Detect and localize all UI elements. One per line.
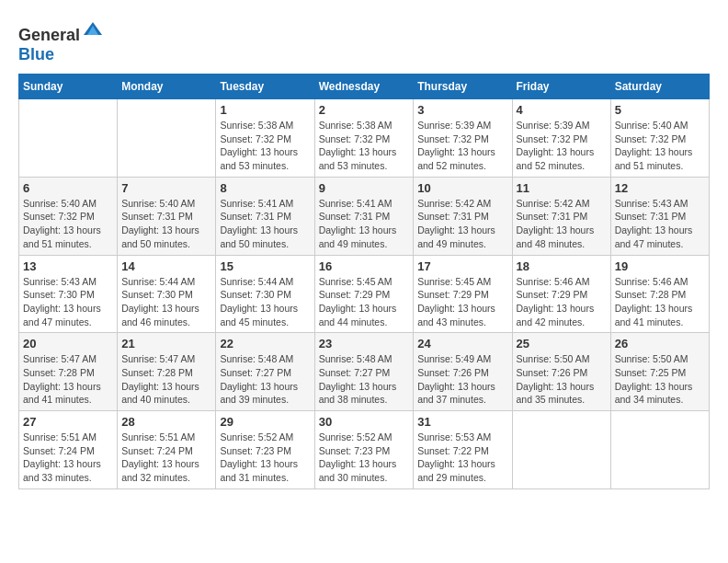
weekday-header: Friday <box>512 75 610 99</box>
day-info: Sunrise: 5:45 AMSunset: 7:29 PMDaylight:… <box>417 275 507 329</box>
calendar-cell: 8Sunrise: 5:41 AMSunset: 7:31 PMDaylight… <box>216 177 314 255</box>
page-header: General Blue <box>18 18 710 64</box>
day-number: 1 <box>220 103 310 117</box>
weekday-header: Wednesday <box>314 75 414 99</box>
day-info: Sunrise: 5:48 AMSunset: 7:27 PMDaylight:… <box>220 352 310 407</box>
calendar-cell: 12Sunrise: 5:43 AMSunset: 7:31 PMDayligh… <box>610 177 709 255</box>
calendar-cell: 2Sunrise: 5:38 AMSunset: 7:32 PMDaylight… <box>314 99 414 178</box>
day-number: 8 <box>220 181 310 195</box>
calendar-cell: 11Sunrise: 5:42 AMSunset: 7:31 PMDayligh… <box>512 177 610 255</box>
calendar-week-row: 1Sunrise: 5:38 AMSunset: 7:32 PMDaylight… <box>19 99 710 178</box>
calendar-week-row: 13Sunrise: 5:43 AMSunset: 7:30 PMDayligh… <box>19 255 710 333</box>
day-info: Sunrise: 5:41 AMSunset: 7:31 PMDaylight:… <box>220 197 310 251</box>
calendar-cell: 29Sunrise: 5:52 AMSunset: 7:23 PMDayligh… <box>216 411 314 489</box>
calendar-cell: 22Sunrise: 5:48 AMSunset: 7:27 PMDayligh… <box>216 333 314 411</box>
day-number: 29 <box>220 415 310 429</box>
day-number: 22 <box>220 337 310 350</box>
calendar-cell: 6Sunrise: 5:40 AMSunset: 7:32 PMDaylight… <box>19 177 118 255</box>
day-number: 25 <box>517 337 607 350</box>
day-number: 10 <box>417 181 507 195</box>
day-number: 7 <box>121 181 211 195</box>
calendar-week-row: 27Sunrise: 5:51 AMSunset: 7:24 PMDayligh… <box>19 411 710 489</box>
weekday-header: Monday <box>118 75 216 99</box>
logo-icon <box>82 18 104 40</box>
logo-blue: Blue <box>18 45 54 63</box>
day-number: 9 <box>319 181 410 195</box>
calendar-cell: 16Sunrise: 5:45 AMSunset: 7:29 PMDayligh… <box>314 255 414 333</box>
day-info: Sunrise: 5:47 AMSunset: 7:28 PMDaylight:… <box>121 352 211 407</box>
day-number: 12 <box>615 181 705 195</box>
weekday-header: Saturday <box>610 75 709 99</box>
day-number: 31 <box>417 415 507 429</box>
day-number: 3 <box>417 103 507 117</box>
calendar-cell: 7Sunrise: 5:40 AMSunset: 7:31 PMDaylight… <box>118 177 216 255</box>
calendar-cell: 24Sunrise: 5:49 AMSunset: 7:26 PMDayligh… <box>414 333 512 411</box>
calendar-cell: 31Sunrise: 5:53 AMSunset: 7:22 PMDayligh… <box>414 411 512 489</box>
day-info: Sunrise: 5:50 AMSunset: 7:25 PMDaylight:… <box>615 352 705 407</box>
day-number: 16 <box>319 259 410 273</box>
day-number: 14 <box>121 259 211 273</box>
day-number: 24 <box>417 337 507 350</box>
day-info: Sunrise: 5:40 AMSunset: 7:32 PMDaylight:… <box>615 119 705 173</box>
calendar-cell: 30Sunrise: 5:52 AMSunset: 7:23 PMDayligh… <box>314 411 414 489</box>
calendar-cell: 4Sunrise: 5:39 AMSunset: 7:32 PMDaylight… <box>512 99 610 178</box>
day-info: Sunrise: 5:44 AMSunset: 7:30 PMDaylight:… <box>220 275 310 329</box>
day-number: 27 <box>23 415 113 429</box>
day-info: Sunrise: 5:40 AMSunset: 7:32 PMDaylight:… <box>23 197 113 251</box>
calendar-week-row: 20Sunrise: 5:47 AMSunset: 7:28 PMDayligh… <box>19 333 710 411</box>
day-number: 15 <box>220 259 310 273</box>
calendar-cell: 10Sunrise: 5:42 AMSunset: 7:31 PMDayligh… <box>414 177 512 255</box>
weekday-header: Thursday <box>414 75 512 99</box>
day-info: Sunrise: 5:45 AMSunset: 7:29 PMDaylight:… <box>319 275 410 329</box>
day-number: 19 <box>615 259 705 273</box>
calendar-cell: 3Sunrise: 5:39 AMSunset: 7:32 PMDaylight… <box>414 99 512 178</box>
day-number: 11 <box>517 181 607 195</box>
day-info: Sunrise: 5:42 AMSunset: 7:31 PMDaylight:… <box>517 197 607 251</box>
day-info: Sunrise: 5:44 AMSunset: 7:30 PMDaylight:… <box>121 275 211 329</box>
calendar-cell <box>118 99 216 178</box>
day-info: Sunrise: 5:43 AMSunset: 7:31 PMDaylight:… <box>615 197 705 251</box>
day-info: Sunrise: 5:39 AMSunset: 7:32 PMDaylight:… <box>517 119 607 173</box>
day-info: Sunrise: 5:38 AMSunset: 7:32 PMDaylight:… <box>319 119 410 173</box>
day-info: Sunrise: 5:47 AMSunset: 7:28 PMDaylight:… <box>23 352 113 407</box>
day-number: 18 <box>517 259 607 273</box>
day-info: Sunrise: 5:39 AMSunset: 7:32 PMDaylight:… <box>417 119 507 173</box>
calendar-cell: 14Sunrise: 5:44 AMSunset: 7:30 PMDayligh… <box>118 255 216 333</box>
calendar-cell: 28Sunrise: 5:51 AMSunset: 7:24 PMDayligh… <box>118 411 216 489</box>
calendar-cell: 21Sunrise: 5:47 AMSunset: 7:28 PMDayligh… <box>118 333 216 411</box>
day-number: 13 <box>23 259 113 273</box>
calendar-cell: 20Sunrise: 5:47 AMSunset: 7:28 PMDayligh… <box>19 333 118 411</box>
day-info: Sunrise: 5:52 AMSunset: 7:23 PMDaylight:… <box>220 431 310 485</box>
weekday-header-row: SundayMondayTuesdayWednesdayThursdayFrid… <box>19 75 710 99</box>
day-number: 30 <box>319 415 410 429</box>
calendar-table: SundayMondayTuesdayWednesdayThursdayFrid… <box>18 74 710 489</box>
day-number: 21 <box>121 337 211 350</box>
day-info: Sunrise: 5:41 AMSunset: 7:31 PMDaylight:… <box>319 197 410 251</box>
day-info: Sunrise: 5:40 AMSunset: 7:31 PMDaylight:… <box>121 197 211 251</box>
day-info: Sunrise: 5:46 AMSunset: 7:28 PMDaylight:… <box>615 275 705 329</box>
day-number: 2 <box>319 103 410 117</box>
calendar-cell: 23Sunrise: 5:48 AMSunset: 7:27 PMDayligh… <box>314 333 414 411</box>
day-info: Sunrise: 5:43 AMSunset: 7:30 PMDaylight:… <box>23 275 113 329</box>
calendar-cell: 27Sunrise: 5:51 AMSunset: 7:24 PMDayligh… <box>19 411 118 489</box>
day-number: 5 <box>615 103 705 117</box>
day-info: Sunrise: 5:38 AMSunset: 7:32 PMDaylight:… <box>220 119 310 173</box>
calendar-cell: 13Sunrise: 5:43 AMSunset: 7:30 PMDayligh… <box>19 255 118 333</box>
calendar-cell <box>610 411 709 489</box>
day-info: Sunrise: 5:51 AMSunset: 7:24 PMDaylight:… <box>121 431 211 485</box>
weekday-header: Tuesday <box>216 75 314 99</box>
day-number: 26 <box>615 337 705 350</box>
day-info: Sunrise: 5:49 AMSunset: 7:26 PMDaylight:… <box>417 352 507 407</box>
day-info: Sunrise: 5:53 AMSunset: 7:22 PMDaylight:… <box>417 431 507 485</box>
calendar-cell: 1Sunrise: 5:38 AMSunset: 7:32 PMDaylight… <box>216 99 314 178</box>
logo-text: General Blue <box>18 18 104 64</box>
calendar-cell <box>19 99 118 178</box>
day-number: 20 <box>23 337 113 350</box>
calendar-cell: 26Sunrise: 5:50 AMSunset: 7:25 PMDayligh… <box>610 333 709 411</box>
day-number: 6 <box>23 181 113 195</box>
calendar-cell: 15Sunrise: 5:44 AMSunset: 7:30 PMDayligh… <box>216 255 314 333</box>
calendar-cell: 25Sunrise: 5:50 AMSunset: 7:26 PMDayligh… <box>512 333 610 411</box>
calendar-cell: 9Sunrise: 5:41 AMSunset: 7:31 PMDaylight… <box>314 177 414 255</box>
day-number: 4 <box>517 103 607 117</box>
calendar-cell: 19Sunrise: 5:46 AMSunset: 7:28 PMDayligh… <box>610 255 709 333</box>
